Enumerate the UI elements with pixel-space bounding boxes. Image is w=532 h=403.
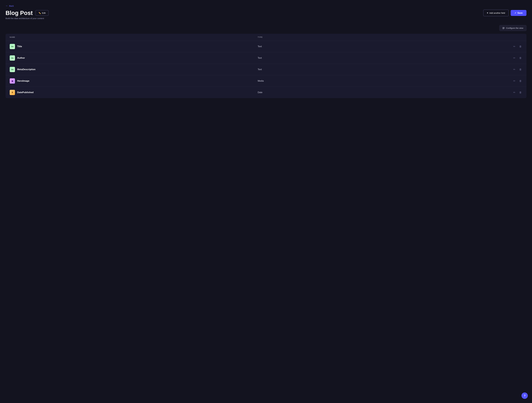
field-type-title: Text: [258, 45, 506, 48]
configure-row: Configure the view: [6, 25, 526, 31]
row-actions-datepublished: ✏ 🗑: [506, 90, 522, 94]
lines-icon: [502, 27, 505, 29]
subtitle: Build the data architecture of your cont…: [6, 17, 526, 19]
help-button[interactable]: ?: [521, 392, 528, 399]
delete-field-icon-title[interactable]: 🗑: [519, 44, 522, 49]
header-actions: Add another field Save: [483, 10, 526, 16]
col-header-name: NAME: [10, 36, 258, 38]
field-type-metadescription: Text: [258, 68, 506, 71]
field-type-heroimage: Media: [258, 80, 506, 82]
fields-table: NAME TYPE Ab Title Text ✏ 🗑 Ab Author Te…: [6, 34, 526, 98]
field-icon-metadescription: Ab: [10, 67, 15, 72]
name-cell: Ab MetaDescription: [10, 67, 258, 72]
col-header-actions: [506, 36, 522, 38]
table-row: ▣ HeroImage Media ✏ 🗑: [6, 75, 526, 87]
row-actions-title: ✏ 🗑: [506, 44, 522, 49]
table-body: Ab Title Text ✏ 🗑 Ab Author Text ✏ 🗑 Ab …: [6, 41, 526, 98]
row-actions-heroimage: ✏ 🗑: [506, 79, 522, 83]
edit-field-icon-metadescription[interactable]: ✏: [513, 67, 516, 72]
field-type-author: Text: [258, 57, 506, 59]
plus-icon: [487, 12, 488, 14]
name-cell: Ab Title: [10, 44, 258, 49]
table-row: Ab MetaDescription Text ✏ 🗑: [6, 64, 526, 75]
delete-field-icon-metadescription[interactable]: 🗑: [519, 68, 522, 72]
field-name-metadescription: MetaDescription: [17, 68, 35, 71]
delete-field-icon-author[interactable]: 🗑: [519, 56, 522, 60]
help-label: ?: [524, 394, 526, 397]
title-area: Blog Post Edit: [6, 10, 49, 16]
delete-field-icon-heroimage[interactable]: 🗑: [519, 79, 522, 83]
name-cell: ▣ HeroImage: [10, 78, 258, 84]
table-header: NAME TYPE: [6, 34, 526, 41]
table-row: 🗓 DatePublished Date ✏ 🗑: [6, 87, 526, 98]
edit-field-icon-author[interactable]: ✏: [513, 56, 516, 60]
pencil-icon: [38, 12, 41, 14]
field-name-datepublished: DatePublished: [17, 91, 33, 94]
edit-field-icon-title[interactable]: ✏: [513, 44, 516, 49]
save-button[interactable]: Save: [511, 10, 526, 16]
header-row: Blog Post Edit Add another field Save: [6, 10, 526, 16]
row-actions-author: ✏ 🗑: [506, 56, 522, 60]
back-link[interactable]: ← Back: [6, 4, 14, 7]
field-name-author: Author: [17, 57, 25, 59]
back-label: Back: [9, 5, 14, 7]
configure-label: Configure the view: [506, 27, 523, 29]
col-header-type: TYPE: [258, 36, 506, 38]
add-field-button[interactable]: Add another field: [483, 10, 509, 16]
edit-field-icon-datepublished[interactable]: ✏: [513, 90, 516, 94]
page-title: Blog Post: [6, 10, 33, 16]
name-cell: Ab Author: [10, 55, 258, 61]
back-arrow-icon: ←: [6, 4, 8, 7]
field-type-datepublished: Date: [258, 91, 506, 94]
field-icon-title: Ab: [10, 44, 15, 49]
table-row: Ab Author Text ✏ 🗑: [6, 52, 526, 64]
add-field-label: Add another field: [489, 12, 505, 14]
field-name-title: Title: [17, 45, 22, 48]
name-cell: 🗓 DatePublished: [10, 90, 258, 95]
table-row: Ab Title Text ✏ 🗑: [6, 41, 526, 52]
edit-label: Edit: [42, 12, 46, 14]
row-actions-metadescription: ✏ 🗑: [506, 67, 522, 72]
configure-view-button[interactable]: Configure the view: [499, 25, 526, 31]
field-icon-heroimage: ▣: [10, 78, 15, 84]
field-icon-datepublished: 🗓: [10, 90, 15, 95]
field-icon-author: Ab: [10, 55, 15, 61]
edit-button[interactable]: Edit: [35, 10, 49, 16]
field-name-heroimage: HeroImage: [17, 80, 29, 82]
check-icon: [514, 12, 516, 14]
save-label: Save: [518, 12, 523, 14]
delete-field-icon-datepublished[interactable]: 🗑: [519, 91, 522, 94]
edit-field-icon-heroimage[interactable]: ✏: [513, 79, 516, 83]
